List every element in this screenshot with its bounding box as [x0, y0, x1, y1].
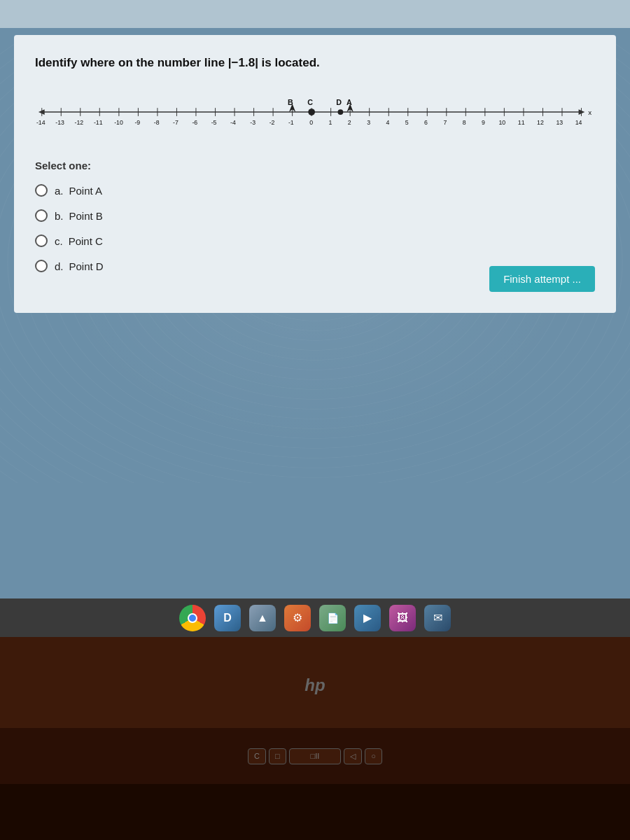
svg-text:-10: -10	[114, 119, 123, 126]
key-c[interactable]: C	[248, 748, 266, 764]
svg-text:5: 5	[405, 119, 409, 126]
chrome-icon[interactable]	[179, 605, 206, 631]
svg-text:B: B	[288, 99, 293, 106]
app-icon-5[interactable]: ✉	[424, 605, 451, 631]
svg-text:13: 13	[556, 119, 563, 126]
svg-text:A: A	[346, 99, 352, 106]
option-a[interactable]: a. Point A	[35, 184, 595, 197]
question-text: Identify where on the number line |−1.8|…	[35, 56, 595, 70]
svg-text:4: 4	[386, 119, 389, 126]
svg-text:-14: -14	[36, 119, 46, 126]
hp-logo: hp	[304, 676, 325, 695]
svg-text:1: 1	[329, 119, 332, 126]
app-icon-1[interactable]: ⚙	[284, 605, 311, 631]
svg-point-33	[308, 108, 315, 115]
radio-c[interactable]	[35, 234, 48, 247]
svg-text:7: 7	[443, 119, 447, 126]
taskbar: D ▲ ⚙ 📄 ▶ 🖼 ✉	[0, 598, 630, 637]
app-icon-2[interactable]: 📄	[319, 605, 346, 631]
launchpad-icon[interactable]: ▲	[249, 605, 276, 631]
svg-text:0: 0	[309, 119, 313, 126]
option-b[interactable]: b. Point B	[35, 209, 595, 222]
radio-b[interactable]	[35, 209, 48, 222]
options-list: a. Point A b. Point B c. Point C d. Poin…	[35, 184, 595, 272]
laptop-body: hp C □ □II ◁ ○	[0, 637, 630, 840]
option-a-letter: a.	[55, 185, 64, 197]
svg-text:x: x	[588, 108, 592, 116]
svg-text:-13: -13	[55, 119, 64, 126]
key-square[interactable]: □	[269, 748, 286, 764]
svg-text:-2: -2	[270, 119, 275, 126]
svg-text:-5: -5	[211, 119, 217, 126]
svg-text:6: 6	[424, 119, 428, 126]
app-icon-3[interactable]: ▶	[354, 605, 381, 631]
svg-text:-8: -8	[154, 119, 160, 126]
app-icon-4[interactable]: 🖼	[389, 605, 416, 631]
radio-d[interactable]	[35, 260, 48, 272]
svg-text:2: 2	[348, 119, 351, 126]
option-c-letter: c.	[55, 235, 63, 247]
key-circle[interactable]: ○	[365, 748, 382, 764]
select-one-label: Select one:	[35, 160, 595, 172]
top-bar	[0, 0, 630, 28]
svg-text:-1: -1	[288, 119, 294, 126]
svg-text:14: 14	[575, 119, 582, 126]
keyboard-area: C □ □II ◁ ○	[0, 728, 630, 784]
option-b-letter: b.	[55, 210, 64, 222]
key-back[interactable]: ◁	[344, 748, 362, 764]
svg-point-34	[337, 109, 343, 115]
finder-icon[interactable]: D	[214, 605, 241, 631]
option-b-text: Point B	[69, 210, 103, 222]
bottom-bar	[0, 784, 630, 840]
svg-text:-9: -9	[134, 119, 140, 126]
svg-text:3: 3	[367, 119, 370, 126]
svg-text:12: 12	[537, 119, 544, 126]
svg-text:-3: -3	[250, 119, 255, 126]
svg-text:D: D	[336, 99, 342, 106]
svg-text:-4: -4	[230, 119, 236, 126]
svg-text:-12: -12	[75, 119, 84, 126]
svg-text:-7: -7	[173, 119, 178, 126]
key-doublevertical[interactable]: □II	[289, 748, 342, 764]
number-line-container: // ticks drawn via SVG elements below	[35, 90, 595, 139]
finish-attempt-button[interactable]: Finish attempt ...	[489, 266, 595, 292]
keyboard-keys: C □ □II ◁ ○	[248, 748, 382, 764]
svg-text:11: 11	[518, 119, 525, 126]
svg-text:C: C	[307, 99, 313, 106]
svg-text:10: 10	[498, 119, 505, 126]
svg-text:8: 8	[463, 119, 466, 126]
svg-text:9: 9	[482, 119, 485, 126]
radio-a[interactable]	[35, 184, 48, 197]
quiz-panel: Identify where on the number line |−1.8|…	[14, 35, 616, 313]
option-d-text: Point D	[69, 260, 104, 272]
option-c-text: Point C	[69, 235, 103, 247]
option-a-text: Point A	[69, 185, 103, 197]
option-c[interactable]: c. Point C	[35, 234, 595, 247]
svg-text:-6: -6	[192, 119, 197, 126]
option-d-letter: d.	[55, 260, 64, 272]
svg-text:-11: -11	[94, 119, 103, 126]
number-line-svg: // ticks drawn via SVG elements below	[35, 99, 595, 127]
